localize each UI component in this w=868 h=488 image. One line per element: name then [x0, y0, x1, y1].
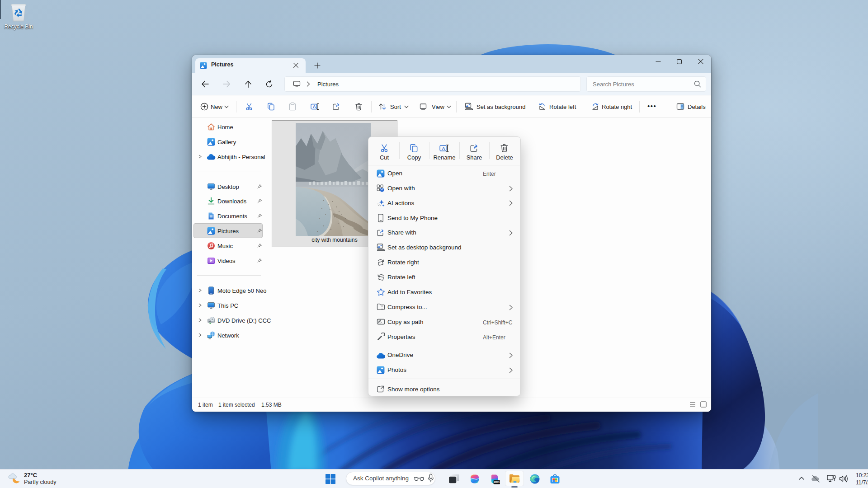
svg-text:A: A: [442, 146, 445, 151]
svg-text:M365: M365: [494, 481, 500, 483]
svg-text:A: A: [313, 104, 316, 109]
